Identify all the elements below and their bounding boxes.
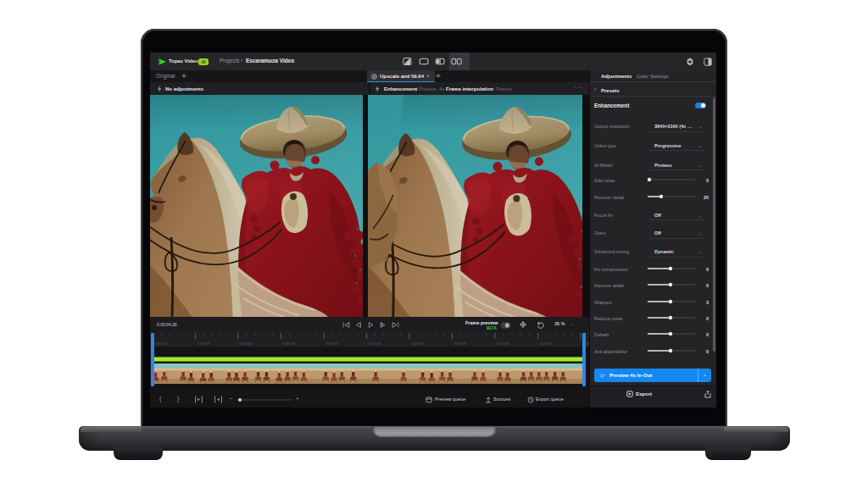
svg-text:0:01:15: 0:01:15 bbox=[369, 341, 381, 346]
svg-text:0:00:15: 0:00:15 bbox=[198, 341, 210, 346]
svg-text:0:01:45: 0:01:45 bbox=[454, 341, 467, 346]
svg-text:0:01:00: 0:01:00 bbox=[326, 341, 339, 346]
svg-text:0:00:00: 0:00:00 bbox=[155, 341, 168, 346]
svg-text:0:00:30: 0:00:30 bbox=[241, 341, 253, 346]
svg-text:0:01:30: 0:01:30 bbox=[412, 341, 425, 346]
svg-text:0:00:45: 0:00:45 bbox=[283, 341, 296, 346]
svg-text:0:02:00: 0:02:00 bbox=[498, 341, 510, 346]
svg-text:0:02:15: 0:02:15 bbox=[540, 341, 553, 346]
